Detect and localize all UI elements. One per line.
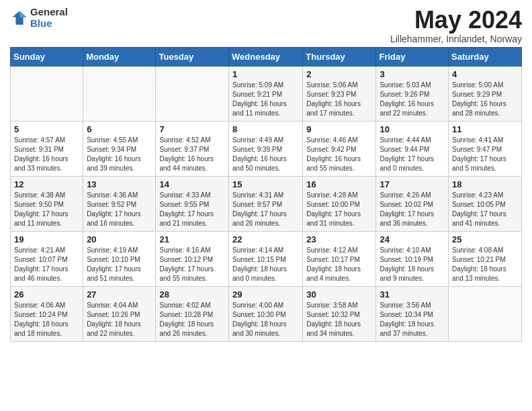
day-info: Sunrise: 4:16 AM Sunset: 10:12 PM Daylig… bbox=[159, 246, 225, 283]
day-info: Sunrise: 4:49 AM Sunset: 9:39 PM Dayligh… bbox=[232, 136, 299, 173]
calendar-cell bbox=[83, 66, 156, 121]
day-info: Sunrise: 4:57 AM Sunset: 9:31 PM Dayligh… bbox=[14, 136, 79, 173]
calendar-cell: 7Sunrise: 4:52 AM Sunset: 9:37 PM Daylig… bbox=[156, 121, 229, 176]
weekday-header-wednesday: Wednesday bbox=[229, 47, 303, 66]
day-number: 7 bbox=[159, 124, 225, 134]
logo-blue-text: Blue bbox=[30, 18, 68, 30]
day-number: 13 bbox=[87, 179, 152, 189]
day-info: Sunrise: 4:41 AM Sunset: 9:47 PM Dayligh… bbox=[452, 136, 518, 173]
day-info: Sunrise: 4:02 AM Sunset: 10:28 PM Daylig… bbox=[159, 301, 225, 338]
day-info: Sunrise: 4:31 AM Sunset: 9:57 PM Dayligh… bbox=[232, 191, 299, 228]
calendar-cell: 11Sunrise: 4:41 AM Sunset: 9:47 PM Dayli… bbox=[449, 121, 522, 176]
day-info: Sunrise: 5:03 AM Sunset: 9:26 PM Dayligh… bbox=[380, 81, 445, 118]
day-number: 20 bbox=[87, 234, 152, 244]
day-number: 29 bbox=[232, 289, 299, 300]
day-info: Sunrise: 5:00 AM Sunset: 9:29 PM Dayligh… bbox=[452, 81, 518, 118]
day-number: 11 bbox=[452, 124, 518, 134]
calendar-cell: 9Sunrise: 4:46 AM Sunset: 9:42 PM Daylig… bbox=[303, 121, 376, 176]
calendar-cell bbox=[449, 286, 522, 341]
calendar-cell: 17Sunrise: 4:26 AM Sunset: 10:02 PM Dayl… bbox=[376, 176, 449, 231]
day-number: 21 bbox=[159, 234, 225, 244]
day-info: Sunrise: 4:08 AM Sunset: 10:21 PM Daylig… bbox=[452, 246, 518, 283]
calendar-cell bbox=[11, 66, 83, 121]
calendar-cell: 25Sunrise: 4:08 AM Sunset: 10:21 PM Dayl… bbox=[449, 231, 522, 286]
logo-text: General Blue bbox=[30, 7, 68, 29]
weekday-header-friday: Friday bbox=[376, 47, 449, 66]
calendar-week-4: 19Sunrise: 4:21 AM Sunset: 10:07 PM Dayl… bbox=[11, 231, 522, 286]
calendar-cell: 28Sunrise: 4:02 AM Sunset: 10:28 PM Dayl… bbox=[156, 286, 229, 341]
day-info: Sunrise: 4:26 AM Sunset: 10:02 PM Daylig… bbox=[380, 191, 445, 228]
calendar-week-2: 5Sunrise: 4:57 AM Sunset: 9:31 PM Daylig… bbox=[11, 121, 522, 176]
calendar-cell: 20Sunrise: 4:19 AM Sunset: 10:10 PM Dayl… bbox=[83, 231, 156, 286]
day-info: Sunrise: 4:12 AM Sunset: 10:17 PM Daylig… bbox=[306, 246, 372, 283]
calendar-cell: 3Sunrise: 5:03 AM Sunset: 9:26 PM Daylig… bbox=[376, 66, 449, 121]
weekday-header-thursday: Thursday bbox=[303, 47, 376, 66]
calendar-table: SundayMondayTuesdayWednesdayThursdayFrid… bbox=[10, 47, 522, 342]
calendar-cell: 5Sunrise: 4:57 AM Sunset: 9:31 PM Daylig… bbox=[11, 121, 83, 176]
day-number: 30 bbox=[306, 289, 372, 300]
day-info: Sunrise: 4:46 AM Sunset: 9:42 PM Dayligh… bbox=[306, 136, 372, 173]
day-number: 27 bbox=[87, 289, 152, 300]
weekday-header-monday: Monday bbox=[83, 47, 156, 66]
day-number: 3 bbox=[380, 69, 445, 79]
day-info: Sunrise: 4:36 AM Sunset: 9:52 PM Dayligh… bbox=[87, 191, 152, 228]
weekday-header-tuesday: Tuesday bbox=[156, 47, 229, 66]
calendar-cell: 4Sunrise: 5:00 AM Sunset: 9:29 PM Daylig… bbox=[449, 66, 522, 121]
day-number: 18 bbox=[452, 179, 518, 189]
day-info: Sunrise: 4:21 AM Sunset: 10:07 PM Daylig… bbox=[14, 246, 79, 283]
day-info: Sunrise: 4:10 AM Sunset: 10:19 PM Daylig… bbox=[380, 246, 445, 283]
calendar-cell: 29Sunrise: 4:00 AM Sunset: 10:30 PM Dayl… bbox=[229, 286, 303, 341]
day-info: Sunrise: 4:19 AM Sunset: 10:10 PM Daylig… bbox=[87, 246, 152, 283]
calendar-cell: 26Sunrise: 4:06 AM Sunset: 10:24 PM Dayl… bbox=[11, 286, 83, 341]
day-number: 10 bbox=[380, 124, 445, 134]
calendar-cell: 31Sunrise: 3:56 AM Sunset: 10:34 PM Dayl… bbox=[376, 286, 449, 341]
day-number: 1 bbox=[232, 69, 299, 79]
calendar-cell: 22Sunrise: 4:14 AM Sunset: 10:15 PM Dayl… bbox=[229, 231, 303, 286]
calendar-cell: 2Sunrise: 5:06 AM Sunset: 9:23 PM Daylig… bbox=[303, 66, 376, 121]
day-number: 9 bbox=[306, 124, 372, 134]
calendar-cell: 13Sunrise: 4:36 AM Sunset: 9:52 PM Dayli… bbox=[83, 176, 156, 231]
day-number: 5 bbox=[14, 124, 79, 134]
calendar-week-1: 1Sunrise: 5:09 AM Sunset: 9:21 PM Daylig… bbox=[11, 66, 522, 121]
day-info: Sunrise: 4:55 AM Sunset: 9:34 PM Dayligh… bbox=[87, 136, 152, 173]
calendar-cell bbox=[156, 66, 229, 121]
svg-marker-1 bbox=[19, 11, 27, 17]
day-info: Sunrise: 4:28 AM Sunset: 10:00 PM Daylig… bbox=[306, 191, 372, 228]
day-number: 19 bbox=[14, 234, 79, 244]
day-number: 15 bbox=[232, 179, 299, 189]
calendar-cell: 15Sunrise: 4:31 AM Sunset: 9:57 PM Dayli… bbox=[229, 176, 303, 231]
calendar-cell: 12Sunrise: 4:38 AM Sunset: 9:50 PM Dayli… bbox=[11, 176, 83, 231]
calendar-cell: 23Sunrise: 4:12 AM Sunset: 10:17 PM Dayl… bbox=[303, 231, 376, 286]
day-number: 28 bbox=[159, 289, 225, 300]
day-number: 16 bbox=[306, 179, 372, 189]
page-header: General Blue May 2024 Lillehammer, Innla… bbox=[10, 7, 522, 44]
calendar-cell: 21Sunrise: 4:16 AM Sunset: 10:12 PM Dayl… bbox=[156, 231, 229, 286]
calendar-cell: 6Sunrise: 4:55 AM Sunset: 9:34 PM Daylig… bbox=[83, 121, 156, 176]
calendar-cell: 30Sunrise: 3:58 AM Sunset: 10:32 PM Dayl… bbox=[303, 286, 376, 341]
calendar-cell: 1Sunrise: 5:09 AM Sunset: 9:21 PM Daylig… bbox=[229, 66, 303, 121]
day-info: Sunrise: 4:23 AM Sunset: 10:05 PM Daylig… bbox=[452, 191, 518, 228]
calendar-week-3: 12Sunrise: 4:38 AM Sunset: 9:50 PM Dayli… bbox=[11, 176, 522, 231]
calendar-cell: 10Sunrise: 4:44 AM Sunset: 9:44 PM Dayli… bbox=[376, 121, 449, 176]
day-info: Sunrise: 4:33 AM Sunset: 9:55 PM Dayligh… bbox=[159, 191, 225, 228]
day-number: 6 bbox=[87, 124, 152, 134]
calendar-cell: 24Sunrise: 4:10 AM Sunset: 10:19 PM Dayl… bbox=[376, 231, 449, 286]
day-number: 2 bbox=[306, 69, 372, 79]
day-info: Sunrise: 3:56 AM Sunset: 10:34 PM Daylig… bbox=[380, 301, 445, 338]
day-info: Sunrise: 5:09 AM Sunset: 9:21 PM Dayligh… bbox=[232, 81, 299, 118]
day-info: Sunrise: 4:00 AM Sunset: 10:30 PM Daylig… bbox=[232, 301, 299, 338]
day-info: Sunrise: 3:58 AM Sunset: 10:32 PM Daylig… bbox=[306, 301, 372, 338]
logo: General Blue bbox=[10, 7, 68, 29]
day-number: 12 bbox=[14, 179, 79, 189]
day-number: 14 bbox=[159, 179, 225, 189]
day-info: Sunrise: 4:44 AM Sunset: 9:44 PM Dayligh… bbox=[380, 136, 445, 173]
day-info: Sunrise: 4:14 AM Sunset: 10:15 PM Daylig… bbox=[232, 246, 299, 283]
location-subtitle: Lillehammer, Innlandet, Norway bbox=[390, 34, 522, 44]
calendar-cell: 18Sunrise: 4:23 AM Sunset: 10:05 PM Dayl… bbox=[449, 176, 522, 231]
day-number: 4 bbox=[452, 69, 518, 79]
title-block: May 2024 Lillehammer, Innlandet, Norway bbox=[390, 7, 522, 44]
calendar-week-5: 26Sunrise: 4:06 AM Sunset: 10:24 PM Dayl… bbox=[11, 286, 522, 341]
day-info: Sunrise: 4:04 AM Sunset: 10:26 PM Daylig… bbox=[87, 301, 152, 338]
calendar-cell: 16Sunrise: 4:28 AM Sunset: 10:00 PM Dayl… bbox=[303, 176, 376, 231]
day-number: 22 bbox=[232, 234, 299, 244]
